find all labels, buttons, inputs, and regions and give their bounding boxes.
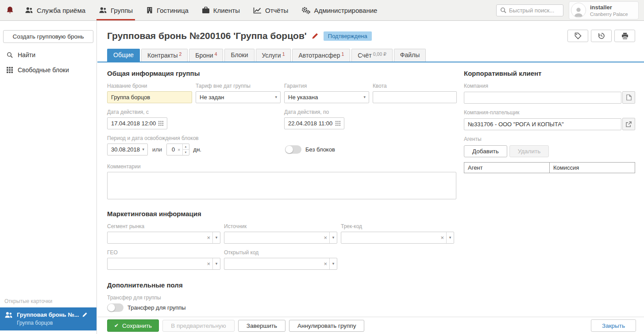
nav-item-reports[interactable]: Отчёты	[247, 0, 295, 20]
tab-label: Услуги	[262, 52, 281, 59]
clear-icon[interactable]: ×	[204, 258, 212, 269]
no-blocks-toggle[interactable]	[285, 145, 301, 154]
comments-textarea[interactable]	[107, 172, 456, 199]
guarantee-select[interactable]: Не указана▾	[284, 91, 369, 103]
save-button[interactable]: ✔Сохранить	[107, 319, 159, 332]
add-agent-button[interactable]: Добавить	[464, 145, 507, 157]
nav-item-administration[interactable]: Администрирование	[295, 0, 384, 20]
step-down-icon[interactable]: ▼	[183, 150, 189, 155]
tab-general[interactable]: Общие	[107, 49, 140, 62]
rate-select[interactable]: Не задан▾	[196, 91, 281, 103]
payer-company-input[interactable]	[468, 119, 617, 130]
or-text: или	[152, 146, 162, 153]
transfer-label: Трансфер для группы	[107, 295, 458, 301]
open-code-input[interactable]	[224, 258, 321, 269]
booking-name-input[interactable]	[111, 92, 188, 103]
clear-icon[interactable]: ×	[438, 232, 446, 243]
segment-combo[interactable]: ×▾	[107, 232, 220, 244]
date-to-value: 22.04.2018 11:00	[288, 120, 332, 127]
segment-input[interactable]	[108, 232, 204, 243]
tab-services[interactable]: Услуги1	[256, 49, 291, 62]
tab-blocks[interactable]: Блоки	[224, 49, 254, 62]
guarantee-label: Гарантия	[284, 83, 369, 89]
tab-label: Брони	[195, 52, 213, 59]
chart-icon	[253, 7, 262, 14]
chevron-down-icon[interactable]: ▾	[329, 258, 337, 269]
clear-icon[interactable]: ×	[176, 144, 182, 155]
geo-input[interactable]	[108, 258, 204, 269]
create-group-booking-button[interactable]: Создать групповую бронь	[3, 30, 93, 43]
sidebar-item-label: Свободные блоки	[18, 66, 69, 74]
source-label: Источник	[224, 223, 337, 229]
tab-count: 0,00 ₽	[373, 51, 386, 57]
nav-item-reception[interactable]: Служба приёма	[18, 0, 92, 20]
source-input[interactable]	[224, 232, 321, 243]
payer-open-button[interactable]	[622, 118, 635, 130]
sidebar-item-free-blocks[interactable]: Свободные блоки	[0, 62, 96, 78]
delete-agent-button[interactable]: Удалить	[509, 145, 549, 157]
date-to-label: Дата действия, по	[284, 109, 344, 115]
notifications-bell-icon[interactable]	[6, 0, 14, 20]
section-heading-corporate: Корпоративный клиент	[464, 70, 635, 77]
tab-bar: Общие Контракты2 Брони4 Блоки Услуги1 Ав…	[97, 42, 644, 62]
track-code-input[interactable]	[341, 232, 438, 243]
rate-label: Тариф вне дат группы	[196, 83, 281, 89]
sidebar-item-find[interactable]: Найти	[0, 47, 96, 62]
nav-label: Администрирование	[314, 7, 377, 14]
open-cards-label: Открытые карточки	[0, 296, 96, 307]
column-header-agent: Агент	[464, 163, 550, 173]
release-date-select[interactable]: 30.08.2018▾	[107, 144, 148, 155]
clear-icon[interactable]: ×	[321, 258, 329, 269]
tab-account[interactable]: Счёт0,00 ₽	[351, 49, 393, 62]
finish-button[interactable]: Завершить	[238, 320, 285, 332]
company-input[interactable]	[468, 92, 617, 103]
clear-icon[interactable]: ×	[204, 232, 212, 243]
user-menu[interactable]: installer Cranberry Palace	[569, 1, 639, 19]
step-up-icon[interactable]: ▲	[183, 144, 189, 150]
chevron-down-icon[interactable]: ▾	[329, 232, 337, 243]
open-code-combo[interactable]: ×▾	[224, 258, 337, 270]
nav-item-clients[interactable]: Клиенты	[195, 0, 247, 20]
date-from-input[interactable]: 17.04.2018 12:00	[107, 117, 167, 129]
chevron-down-icon[interactable]: ▾	[446, 232, 454, 243]
tab-contracts[interactable]: Контракты2	[141, 49, 188, 62]
quota-input[interactable]	[377, 92, 453, 103]
chevron-down-icon[interactable]: ▾	[212, 258, 220, 269]
date-from-label: Дата действия, с	[107, 109, 284, 115]
tags-button[interactable]	[567, 30, 588, 42]
source-combo[interactable]: ×▾	[224, 232, 337, 244]
open-card-group-booking[interactable]: Групповая бронь №... Группа борцов	[0, 307, 96, 330]
search-input[interactable]	[509, 7, 559, 14]
page-title: Групповая бронь №200106 'Группа борцов'	[107, 31, 307, 41]
print-button[interactable]	[614, 30, 635, 42]
chevron-down-icon: ▾	[142, 148, 144, 151]
nav-item-hotel[interactable]: Гостиница	[139, 0, 195, 20]
track-code-combo[interactable]: ×▾	[341, 232, 454, 244]
geo-combo[interactable]: ×▾	[107, 258, 220, 270]
briefcase-icon	[202, 7, 210, 14]
reception-icon	[25, 7, 33, 14]
segment-label: Сегмент рынка	[107, 223, 220, 229]
page-header: Групповая бронь №200106 'Группа борцов' …	[97, 21, 644, 42]
action-bar: ✔Сохранить В предварительную Завершить А…	[97, 317, 644, 334]
company-select-button[interactable]	[622, 91, 635, 104]
date-to-input[interactable]: 22.04.2018 11:00	[284, 117, 344, 129]
grid-icon	[7, 67, 13, 73]
annul-group-button[interactable]: Аннулировать группу	[289, 320, 364, 332]
main-content: Групповая бронь №200106 'Группа борцов' …	[97, 21, 644, 334]
clear-icon[interactable]: ×	[321, 232, 329, 243]
close-button[interactable]: Закрыть	[591, 319, 636, 332]
edit-title-icon[interactable]	[312, 32, 319, 39]
comments-label: Комментарии	[107, 163, 458, 170]
to-preliminary-button[interactable]: В предварительную	[162, 320, 235, 332]
days-stepper[interactable]: 0 × ▲▼	[166, 144, 189, 155]
tab-autotransfer[interactable]: Автотрансфер1	[292, 49, 350, 62]
tab-files[interactable]: Файлы	[394, 49, 426, 62]
chevron-down-icon[interactable]: ▾	[212, 232, 220, 243]
chevron-down-icon: ▾	[363, 95, 366, 99]
nav-label: Гостиница	[157, 7, 189, 14]
history-button[interactable]	[591, 30, 612, 42]
group-transfer-toggle[interactable]	[107, 303, 123, 312]
nav-item-groups[interactable]: Группы	[92, 0, 139, 20]
tab-bookings[interactable]: Брони4	[189, 49, 223, 62]
